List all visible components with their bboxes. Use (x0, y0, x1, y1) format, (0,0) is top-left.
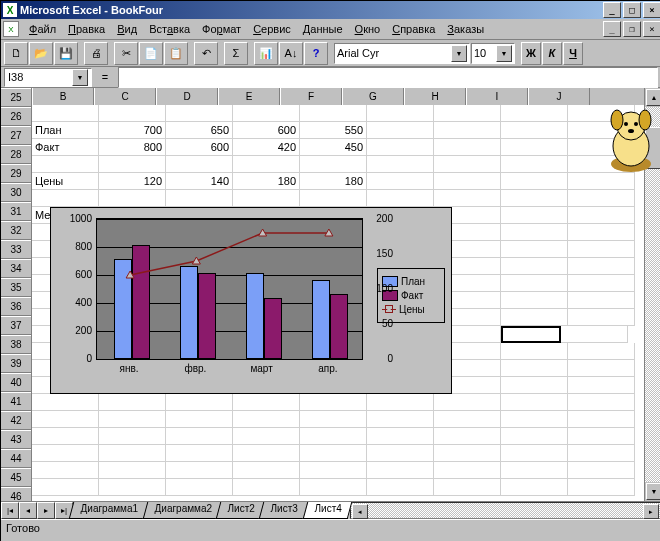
cell-I28[interactable] (501, 156, 568, 173)
cell-F43[interactable] (300, 411, 367, 428)
cell-B25[interactable] (32, 105, 99, 122)
maximize-button[interactable]: □ (623, 2, 641, 18)
cell-F29[interactable]: 180 (300, 173, 367, 190)
cell-C45[interactable] (99, 445, 166, 462)
cell-I34[interactable] (501, 258, 568, 275)
cell-G25[interactable] (367, 105, 434, 122)
cell-J32[interactable] (568, 224, 635, 241)
row-head-41[interactable]: 41 (1, 392, 31, 411)
scroll-up-button[interactable]: ▲ (646, 89, 660, 106)
cell-B44[interactable] (32, 428, 99, 445)
cell-H27[interactable] (434, 139, 501, 156)
cell-I41[interactable] (501, 377, 568, 394)
cell-D43[interactable] (166, 411, 233, 428)
tab-next-button[interactable]: ▸ (37, 502, 55, 519)
row-head-39[interactable]: 39 (1, 354, 31, 373)
row-head-31[interactable]: 31 (1, 202, 31, 221)
row-head-34[interactable]: 34 (1, 259, 31, 278)
cell-J41[interactable] (568, 377, 635, 394)
doc-close[interactable]: × (643, 21, 660, 37)
cell-G45[interactable] (367, 445, 434, 462)
help-button[interactable]: ? (304, 42, 328, 65)
cell-E43[interactable] (233, 411, 300, 428)
sheet-tab-Лист4[interactable]: Лист4 (302, 502, 352, 519)
cell-F42[interactable] (300, 394, 367, 411)
embedded-chart[interactable]: План Факт Цены 0200400600800100005010015… (50, 207, 452, 394)
cell-I42[interactable] (501, 394, 568, 411)
hscroll-right[interactable]: ▸ (643, 504, 659, 519)
tab-first-button[interactable]: |◂ (1, 502, 19, 519)
col-head-E[interactable]: E (218, 88, 280, 105)
row-head-36[interactable]: 36 (1, 297, 31, 316)
cell-E26[interactable]: 600 (233, 122, 300, 139)
close-button[interactable]: × (643, 2, 660, 18)
cell-B30[interactable] (32, 190, 99, 207)
sheet-tab-Диаграмма2[interactable]: Диаграмма2 (142, 502, 222, 519)
office-assistant-icon[interactable] (603, 106, 659, 176)
cell-G30[interactable] (367, 190, 434, 207)
cell-J43[interactable] (568, 411, 635, 428)
cell-D45[interactable] (166, 445, 233, 462)
cell-H47[interactable] (434, 479, 501, 496)
cell-F27[interactable]: 450 (300, 139, 367, 156)
print-button[interactable]: 🖨 (84, 42, 108, 65)
cell-I45[interactable] (501, 445, 568, 462)
cell-I25[interactable] (501, 105, 568, 122)
cell-F30[interactable] (300, 190, 367, 207)
cell-E46[interactable] (233, 462, 300, 479)
cell-H29[interactable] (434, 173, 501, 190)
cell-H44[interactable] (434, 428, 501, 445)
col-head-H[interactable]: H (404, 88, 466, 105)
cell-I32[interactable] (501, 224, 568, 241)
cell-D42[interactable] (166, 394, 233, 411)
cell-C27[interactable]: 800 (99, 139, 166, 156)
cell-I36[interactable] (501, 292, 568, 309)
cell-J34[interactable] (568, 258, 635, 275)
cell-H43[interactable] (434, 411, 501, 428)
cell-E25[interactable] (233, 105, 300, 122)
menu-Вставка[interactable]: Вставка (143, 21, 196, 37)
cell-I44[interactable] (501, 428, 568, 445)
copy-button[interactable]: 📄 (139, 42, 163, 65)
bold-button[interactable]: Ж (521, 42, 541, 65)
cell-H46[interactable] (434, 462, 501, 479)
cell-J44[interactable] (568, 428, 635, 445)
cell-G47[interactable] (367, 479, 434, 496)
cell-E28[interactable] (233, 156, 300, 173)
cell-I39[interactable] (501, 343, 568, 360)
cell-G28[interactable] (367, 156, 434, 173)
cell-H30[interactable] (434, 190, 501, 207)
cell-I38[interactable] (501, 326, 561, 343)
cell-I46[interactable] (501, 462, 568, 479)
autosum-button[interactable]: Σ (224, 42, 248, 65)
cell-E42[interactable] (233, 394, 300, 411)
row-head-26[interactable]: 26 (1, 107, 31, 126)
underline-button[interactable]: Ч (563, 42, 583, 65)
row-head-44[interactable]: 44 (1, 449, 31, 468)
cell-B28[interactable] (32, 156, 99, 173)
tab-prev-button[interactable]: ◂ (19, 502, 37, 519)
cell-C29[interactable]: 120 (99, 173, 166, 190)
sheet-tab-Лист3[interactable]: Лист3 (259, 502, 309, 519)
cell-B46[interactable] (32, 462, 99, 479)
row-head-30[interactable]: 30 (1, 183, 31, 202)
sheet-tab-Диаграмма1[interactable]: Диаграмма1 (69, 502, 149, 519)
cell-F26[interactable]: 550 (300, 122, 367, 139)
menu-Сервис[interactable]: Сервис (247, 21, 297, 37)
cell-E47[interactable] (233, 479, 300, 496)
cell-I47[interactable] (501, 479, 568, 496)
cell-I27[interactable] (501, 139, 568, 156)
row-head-25[interactable]: 25 (1, 88, 31, 107)
cell-J39[interactable] (568, 343, 635, 360)
row-head-28[interactable]: 28 (1, 145, 31, 164)
cell-B27[interactable]: Факт (32, 139, 99, 156)
cell-G44[interactable] (367, 428, 434, 445)
row-head-42[interactable]: 42 (1, 411, 31, 430)
cell-F45[interactable] (300, 445, 367, 462)
cell-D44[interactable] (166, 428, 233, 445)
row-head-29[interactable]: 29 (1, 164, 31, 183)
cell-D29[interactable]: 140 (166, 173, 233, 190)
cell-E27[interactable]: 420 (233, 139, 300, 156)
cell-D28[interactable] (166, 156, 233, 173)
row-head-43[interactable]: 43 (1, 430, 31, 449)
